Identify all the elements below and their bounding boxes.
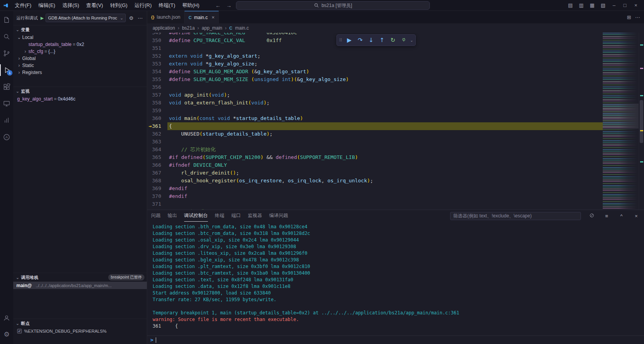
code-line[interactable]: 359 bbox=[147, 107, 603, 115]
editor-scrollbar[interactable] bbox=[639, 33, 644, 210]
watch-row[interactable]: g_key_algo_start=0x4d46c bbox=[13, 95, 147, 102]
line-number[interactable]: 360 bbox=[147, 115, 167, 122]
line-number[interactable]: 359 bbox=[147, 107, 167, 115]
code-line[interactable]: 371 bbox=[147, 200, 603, 208]
line-number[interactable]: 356 bbox=[147, 83, 167, 91]
variable-row[interactable]: ›sfc_cfg={...} bbox=[13, 48, 147, 55]
maximize-button[interactable]: □ bbox=[620, 2, 630, 8]
minimize-button[interactable]: – bbox=[609, 2, 619, 8]
tab-launch.json[interactable]: {}launch.json bbox=[147, 11, 185, 23]
disconnect-button[interactable] bbox=[399, 35, 408, 45]
line-number[interactable]: 371 bbox=[147, 200, 167, 208]
extension-a-icon[interactable]: A bbox=[0, 131, 13, 143]
line-number[interactable]: 366 bbox=[147, 161, 167, 169]
customize-layout-icon[interactable]: ▧ bbox=[598, 2, 608, 8]
debug-more-actions-icon[interactable]: ⋯ bbox=[137, 15, 144, 21]
code-line[interactable]: 365#if defined(SUPPORT_CHIP_N1200) && de… bbox=[147, 153, 603, 161]
close-panel-icon[interactable]: × bbox=[632, 213, 640, 219]
line-number[interactable]: 363 bbox=[147, 138, 167, 146]
code-line[interactable]: 353extern void *g_key_algo_size; bbox=[147, 60, 603, 68]
restart-button[interactable]: ↻ bbox=[388, 35, 398, 45]
line-number[interactable]: 349 bbox=[147, 33, 167, 37]
scope-local[interactable]: ⌄Local bbox=[13, 34, 147, 41]
code-line[interactable]: 355#define SLEM_ALGO_MEM_SIZE (unsigned … bbox=[147, 76, 603, 83]
watch-section-header[interactable]: ⌄ 监视 bbox=[13, 87, 147, 95]
account-icon[interactable] bbox=[0, 312, 13, 324]
scope-registers[interactable]: ›Registers bbox=[13, 69, 147, 76]
remote-explorer-icon[interactable] bbox=[0, 98, 13, 109]
menu-选择[interactable]: 选择(S) bbox=[59, 1, 82, 10]
callstack-section-header[interactable]: ⌄ 调用堆栈 breakpoint 已暂停 bbox=[13, 273, 147, 282]
tab-main.c[interactable]: Cmain.c× bbox=[185, 11, 219, 23]
minimap-slider[interactable] bbox=[603, 104, 639, 129]
code-line[interactable]: 370#endif bbox=[147, 192, 603, 200]
code-line[interactable]: 362 UNUSED(startup_details_table); bbox=[147, 130, 603, 138]
search-sidebar-icon[interactable] bbox=[0, 31, 13, 42]
scope-global[interactable]: ›Global bbox=[13, 55, 147, 62]
collapse-all-icon[interactable]: ≡ bbox=[603, 213, 611, 219]
menu-帮助[interactable]: 帮助(H) bbox=[179, 1, 202, 10]
code-line[interactable]: 361→{ bbox=[147, 122, 603, 130]
toggle-sidebar-icon[interactable]: ▤ bbox=[565, 2, 575, 8]
line-number[interactable]: 361→ bbox=[147, 122, 167, 130]
code-line[interactable]: 369#endif bbox=[147, 185, 603, 192]
debug-settings-gear-icon[interactable]: ⚙ bbox=[128, 15, 135, 21]
step-over-button[interactable]: ↷ bbox=[355, 35, 365, 45]
line-number[interactable]: 367 bbox=[147, 169, 167, 177]
variables-section-header[interactable]: ⌄ 变量 bbox=[13, 25, 147, 34]
menu-编辑[interactable]: 编辑(E) bbox=[35, 1, 58, 10]
code-area[interactable]: 349#define CPU_TRACE_CLK_REG 0x5200410c3… bbox=[147, 33, 603, 210]
menu-终端[interactable]: 终端(T) bbox=[155, 1, 178, 10]
line-number[interactable]: 354 bbox=[147, 68, 167, 76]
panel-tab-监视器[interactable]: 监视器 bbox=[248, 210, 262, 222]
serial-monitor-icon[interactable] bbox=[0, 115, 13, 126]
code-line[interactable]: 357void app_init(void); bbox=[147, 91, 603, 99]
debug-console-output[interactable]: Loading section .bth_rom_data, size 0x48… bbox=[147, 222, 644, 335]
code-line[interactable]: 358void ota_extern_flash_init(void); bbox=[147, 99, 603, 107]
code-line[interactable]: 368 osal_hook_register(os_irq_restore, o… bbox=[147, 177, 603, 185]
panel-tab-调试控制台[interactable]: 调试控制台 bbox=[184, 210, 208, 222]
line-number[interactable]: 368 bbox=[147, 177, 167, 185]
variable-row[interactable]: startup_details_table=0x2 bbox=[13, 41, 147, 48]
line-number[interactable]: 364 bbox=[147, 146, 167, 153]
code-line[interactable]: 354#define SLEM_ALGO_MEM_ADDR (&g_key_al… bbox=[147, 68, 603, 76]
line-number[interactable]: 353 bbox=[147, 60, 167, 68]
split-editor-icon[interactable]: ⊞ bbox=[627, 14, 631, 20]
maximize-panel-icon[interactable]: ^ bbox=[618, 213, 625, 219]
panel-tab-端口[interactable]: 端口 bbox=[231, 210, 241, 222]
extensions-icon[interactable] bbox=[0, 81, 13, 93]
settings-gear-icon[interactable]: ⚙ bbox=[0, 328, 13, 340]
step-into-button[interactable]: ↓ bbox=[366, 35, 376, 45]
line-number[interactable]: 365 bbox=[147, 153, 167, 161]
breadcrumb-item[interactable]: bs21a bbox=[182, 25, 195, 31]
explorer-icon[interactable] bbox=[0, 14, 13, 26]
menu-转到[interactable]: 转到(G) bbox=[107, 1, 131, 10]
toolbar-drag-handle[interactable]: ⠿ bbox=[339, 38, 342, 43]
line-number[interactable]: 352 bbox=[147, 52, 167, 60]
history-back-icon[interactable]: ← bbox=[214, 2, 222, 9]
run-debug-icon[interactable]: 1 bbox=[0, 64, 13, 76]
debug-console-input[interactable]: > bbox=[147, 335, 644, 344]
debug-config-dropdown[interactable]: GDB Attach (Attach to Running Proc ⌄ bbox=[46, 14, 126, 22]
code-line[interactable]: 352extern void *g_key_algo_start; bbox=[147, 52, 603, 60]
line-number[interactable]: 370 bbox=[147, 192, 167, 200]
code-line[interactable]: 364 // 芯片初始化 bbox=[147, 146, 603, 153]
panel-tab-输出[interactable]: 输出 bbox=[167, 210, 177, 222]
scope-static[interactable]: ›Static bbox=[13, 62, 147, 69]
code-line[interactable]: 367 rl_driver_deinit(); bbox=[147, 169, 603, 177]
stack-frame-row[interactable]: main@../../../../application/bs21a/app_m… bbox=[13, 282, 147, 289]
line-number[interactable]: 351 bbox=[147, 44, 167, 52]
command-center-search[interactable]: bs21a [管理员] bbox=[236, 1, 430, 10]
close-tab-icon[interactable]: × bbox=[212, 14, 215, 20]
breakpoints-section-header[interactable]: ⌄ 断点 bbox=[13, 319, 147, 328]
code-editor[interactable]: 349#define CPU_TRACE_CLK_REG 0x5200410c3… bbox=[147, 33, 644, 210]
toggle-panel-icon[interactable]: ▥ bbox=[576, 2, 586, 8]
close-window-button[interactable]: × bbox=[631, 2, 641, 8]
console-filter-input[interactable] bbox=[450, 212, 581, 220]
minimap[interactable] bbox=[603, 33, 639, 210]
code-line[interactable]: 356 bbox=[147, 83, 603, 91]
line-number[interactable]: 358 bbox=[147, 99, 167, 107]
breakpoint-row[interactable]: ✓%EXTENSION_DEBUG_PERIPHERALS% bbox=[13, 328, 147, 335]
debug-session-chevron-icon[interactable]: ⌄ bbox=[410, 38, 413, 42]
code-line[interactable]: 363 bbox=[147, 138, 603, 146]
